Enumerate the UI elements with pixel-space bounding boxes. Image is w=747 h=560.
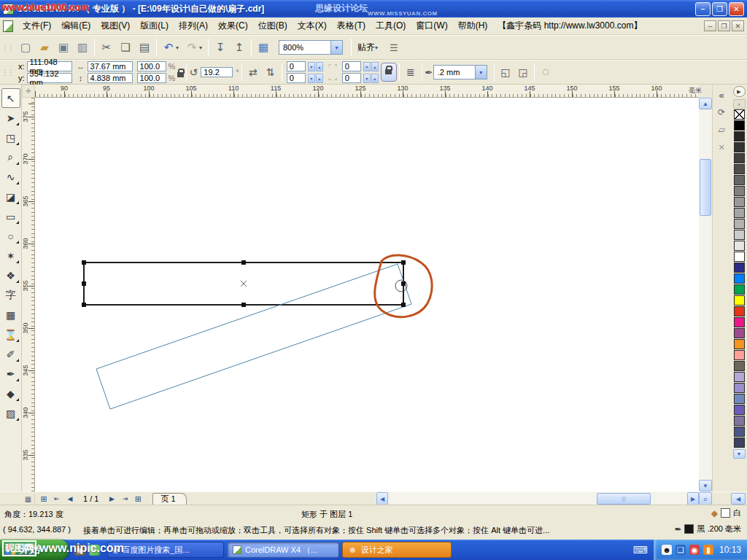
palette-swatch-ffff00[interactable] [734, 295, 745, 306]
scroll-up-icon[interactable]: ▲ [699, 98, 712, 109]
palette-swatch-e63517[interactable] [734, 306, 745, 316]
palette-swatch-7e74a0[interactable] [734, 416, 745, 426]
menu-item-7[interactable]: 文本(X) [293, 18, 332, 34]
doc-minimize-button[interactable]: – [704, 20, 716, 31]
object-width-input[interactable]: 37.67 mm [88, 61, 133, 71]
horizontal-ruler[interactable]: 9095100105110115120125130135140145150155… [35, 85, 699, 98]
drawing-canvas[interactable] [35, 98, 699, 491]
palette-swatch-999999[interactable] [734, 197, 745, 207]
keyboard-layout-icon[interactable]: ⌨ [633, 544, 648, 556]
interactive-handles-icon[interactable]: ◌ [537, 63, 554, 81]
ellipse-tool[interactable]: ○ [1, 226, 20, 246]
quick-launch-icon[interactable] [89, 545, 100, 556]
last-page-icon[interactable]: ⇥ [119, 494, 131, 505]
quick-launch-icon[interactable]: ▣ [74, 545, 85, 556]
object-height-input[interactable]: 4.838 mm [88, 73, 133, 83]
quick-zoom-icon[interactable]: ⌕ [699, 492, 712, 505]
palette-swatch-4a5588[interactable] [734, 427, 745, 437]
palette-options-button[interactable]: ▶ [733, 86, 746, 97]
new-button[interactable]: ▢ [16, 38, 35, 57]
menu-item-1[interactable]: 编辑(E) [56, 18, 96, 34]
selection-handle[interactable] [82, 281, 86, 286]
menu-item-10[interactable]: 窗口(W) [411, 18, 452, 34]
options-icon[interactable]: ☰ [390, 42, 398, 53]
palette-swatch-b3b3b3[interactable] [734, 219, 745, 229]
propbar-grip[interactable]: ⋮⋮ [1, 69, 13, 77]
palette-swatch-cccccc[interactable] [734, 230, 745, 240]
palette-swatch-7288bc[interactable] [734, 394, 745, 404]
horizontal-scrollbar[interactable]: ◀ ▶ [376, 492, 699, 505]
menu-item-8[interactable]: 表格(T) [332, 18, 371, 34]
app-launcher-button[interactable]: ▦ [254, 38, 273, 57]
palette-swatch-666666[interactable] [734, 175, 745, 185]
selection-handle[interactable] [241, 260, 246, 265]
mirror-vertical-button[interactable]: ⇅ [262, 63, 279, 81]
round-corners-together-button[interactable] [381, 63, 397, 82]
palette-swatch-0080ff[interactable] [734, 273, 745, 284]
transformation-rotate-tab[interactable]: ⟳ [713, 105, 730, 120]
palette-swatch-3c4260[interactable] [734, 438, 745, 448]
tray-app-icon[interactable]: ▮ [703, 545, 713, 555]
basic-shapes-tool[interactable]: ❖ [1, 265, 20, 285]
vertical-scrollbar[interactable]: ▲ ▼ [699, 98, 712, 491]
zoom-level-combobox[interactable]: 800% ▾ [279, 40, 343, 55]
page-tab[interactable]: 页 1 [152, 493, 186, 505]
next-page-icon[interactable]: ▶ [106, 494, 117, 505]
palette-swatch-ea1889[interactable] [734, 317, 745, 327]
menu-item-0[interactable]: 文件(F) [18, 18, 56, 34]
pick-tool[interactable]: ↖ [1, 88, 20, 108]
convert-object-button[interactable]: ◲ [514, 63, 532, 81]
previous-page-icon[interactable]: ◀ [64, 494, 76, 505]
spin-down-icon[interactable]: ▾ [363, 74, 371, 83]
spin-up-icon[interactable]: ▴ [316, 62, 323, 71]
add-page-icon[interactable]: ⊞ [38, 494, 50, 505]
palette-swatch-262626[interactable] [734, 131, 745, 141]
scale-lock-icon[interactable] [177, 72, 184, 77]
cut-button[interactable]: ✂ [97, 38, 116, 57]
palette-swatch-808080[interactable] [734, 186, 745, 196]
task-shejizhijia-button[interactable]: ☻设计之家 [342, 542, 452, 558]
eyedropper-tool[interactable]: ✐ [1, 344, 20, 364]
blend-tool[interactable]: ⌛ [1, 324, 20, 344]
palette-swatch-b4a8d8[interactable] [734, 372, 745, 382]
polygon-tool[interactable]: ✶ [1, 246, 20, 265]
fill-tool[interactable]: ◆ [1, 384, 20, 403]
vertical-ruler[interactable]: 375370365360355350345340335 [22, 98, 35, 491]
close-button[interactable]: ✕ [729, 2, 744, 16]
chevron-down-icon[interactable]: ▾ [330, 41, 342, 54]
export-button[interactable]: ↥ [230, 38, 249, 57]
wrap-text-button[interactable]: ≣ [402, 63, 419, 81]
palette-swatch-404040[interactable] [734, 153, 745, 163]
corner-radius-br-input[interactable]: 0 [342, 73, 361, 83]
palette-swatch-9e4a8e[interactable] [734, 328, 745, 338]
y-position-input[interactable]: 354.132 mm [27, 73, 72, 83]
mirror-horizontal-button[interactable]: ⇄ [244, 63, 262, 81]
ruler-origin-button[interactable]: ✛ [22, 85, 35, 98]
doc-restore-button[interactable]: ❐ [718, 20, 730, 31]
scrollbar-thumb[interactable] [597, 493, 651, 505]
table-tool[interactable]: ▦ [1, 305, 20, 324]
save-button[interactable]: ▣ [54, 38, 73, 57]
chevron-down-icon[interactable]: ▾ [199, 44, 206, 51]
smart-fill-tool[interactable]: ◪ [1, 187, 20, 206]
palette-swatch-9a8ecc[interactable] [734, 383, 745, 393]
menu-item-5[interactable]: 效果(C) [213, 18, 253, 34]
rectangle-tool[interactable]: ▭ [1, 206, 20, 226]
outline-pen-tool[interactable]: ✒ [1, 364, 20, 384]
scale-x-input[interactable]: 100.0 [137, 61, 166, 71]
palette-swatch-f7941d[interactable] [734, 339, 745, 349]
palette-swatch-6a5cb8[interactable] [734, 405, 745, 415]
palette-scroll-up-button[interactable]: ▲ [733, 99, 746, 109]
selection-handle[interactable] [82, 260, 86, 265]
selection-handle[interactable] [401, 260, 406, 265]
menu-item-3[interactable]: 版面(L) [135, 18, 174, 34]
chevron-down-icon[interactable]: ▾ [475, 66, 487, 79]
outline-width-combobox[interactable]: .2 mm ▾ [433, 65, 487, 79]
spin-down-icon[interactable]: ▾ [308, 62, 315, 71]
scroll-left-icon[interactable]: ◀ [376, 492, 388, 505]
restore-button[interactable]: ❐ [712, 2, 727, 16]
minimize-button[interactable]: – [695, 2, 711, 16]
scroll-down-icon[interactable]: ▼ [699, 480, 712, 491]
palette-flyout-button[interactable]: ◀ [731, 493, 746, 505]
scrollbar-track[interactable] [699, 98, 712, 491]
